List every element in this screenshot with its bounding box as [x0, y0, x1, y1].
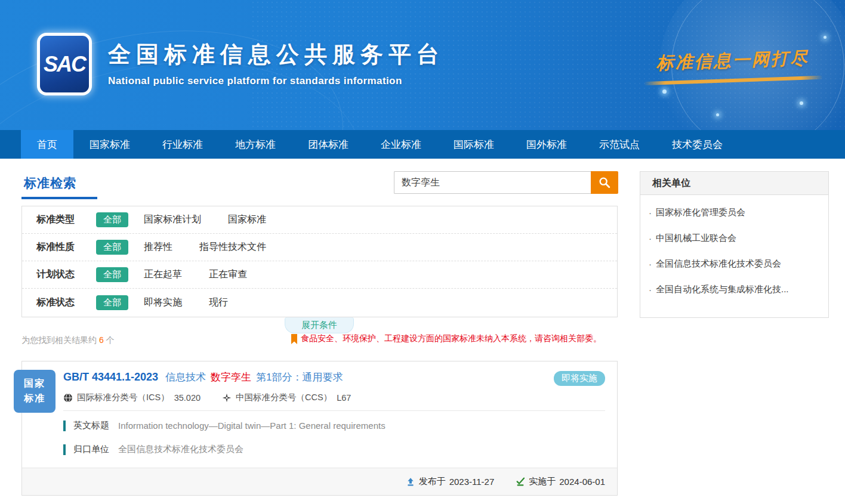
sac-logo[interactable]: SAC	[37, 33, 92, 95]
standard-title-highlight: 数字孪生	[211, 370, 251, 384]
tag-line2: 标准	[14, 391, 55, 406]
result-count-number: 6	[99, 335, 104, 345]
sidebar-item-automation-committee[interactable]: 全国自动化系统与集成标准化技...	[649, 277, 820, 302]
nav-item-enterprise-standards[interactable]: 企业标准	[365, 130, 437, 159]
filter-label: 标准状态	[36, 296, 96, 309]
ics-value: 35.020	[174, 393, 201, 403]
card-head: GB/T 43441.1-2023 信息技术 数字孪生 第1部分：通用要求 国际…	[22, 361, 617, 403]
filter-option[interactable]: 推荐性	[144, 241, 172, 253]
expand-conditions-button[interactable]: 展开条件	[285, 317, 354, 333]
filter-all-badge[interactable]: 全部	[96, 240, 128, 255]
site-subtitle: National public service platform for sta…	[108, 75, 445, 87]
publish-date: 2023-11-27	[449, 477, 495, 487]
implement-date-group: 实施于 2024-06-01	[512, 476, 605, 487]
tag-line1: 国家	[14, 376, 55, 391]
related-units-title: 相关单位	[640, 172, 828, 195]
check-icon	[516, 477, 525, 487]
implement-label: 实施于	[529, 476, 556, 487]
result-card: 国家 标准 即将实施 GB/T 43441.1-2023 信息技术 数字孪生 第…	[21, 361, 618, 496]
filter-option[interactable]: 即将实施	[144, 296, 182, 309]
filter-option[interactable]: 国家标准	[228, 214, 266, 226]
card-meta-row: 国际标准分类号（ICS） 35.020 中国标准分类号（CCS） L67	[63, 392, 605, 403]
status-badge: 即将实施	[554, 371, 605, 386]
filter-all-badge[interactable]: 全部	[96, 295, 128, 310]
filter-all-badge[interactable]: 全部	[96, 267, 128, 282]
nav-item-technical-committee[interactable]: 技术委员会	[656, 130, 739, 159]
publish-date-group: 发布于 2023-11-27	[402, 476, 495, 487]
filter-row-standard-status: 标准状态 全部 即将实施 现行	[22, 289, 617, 316]
filter-row-standard-type: 标准类型 全部 国家标准计划 国家标准	[22, 206, 617, 234]
nav-item-national-standards[interactable]: 国家标准	[73, 130, 146, 159]
filter-row-standard-nature: 标准性质 全部 推荐性 指导性技术文件	[22, 234, 617, 261]
notice-text: 食品安全、环境保护、工程建设方面的国家标准未纳入本系统，请咨询相关部委。	[301, 333, 602, 344]
sidebar-item-machinery-federation[interactable]: 中国机械工业联合会	[649, 225, 820, 251]
banner-slogan: 标准信息一网打尽	[643, 46, 823, 85]
spark-decor	[824, 36, 827, 39]
filter-panel: 标准类型 全部 国家标准计划 国家标准 标准性质 全部 推荐性 指导性技术文件 …	[21, 206, 618, 317]
filter-label: 标准性质	[36, 241, 96, 253]
filter-all-badge[interactable]: 全部	[96, 212, 128, 227]
compass-icon	[222, 393, 232, 403]
card-detail-rows: 英文标题 Information technology—Digital twin…	[22, 411, 617, 455]
main-content: 标准检索 标准类型 全部 国家标准计划 国家标准 标准性质 全部 推荐性 指导性…	[0, 159, 845, 504]
ccs-label: 中国标准分类号（CCS）	[236, 392, 332, 403]
nav-item-industry-standards[interactable]: 行业标准	[146, 130, 219, 159]
nav-item-home[interactable]: 首页	[21, 130, 73, 159]
page-title: 标准检索	[24, 175, 76, 191]
filter-label: 计划状态	[36, 268, 96, 281]
search-icon	[598, 176, 611, 189]
search-button[interactable]	[591, 171, 618, 194]
nav-item-group-standards[interactable]: 团体标准	[292, 130, 365, 159]
result-count-suffix: 个	[106, 335, 115, 345]
globe-icon	[63, 393, 73, 403]
nav-item-foreign-standards[interactable]: 国外标准	[510, 130, 583, 159]
filter-option[interactable]: 现行	[209, 296, 228, 309]
spark-decor	[800, 101, 803, 105]
filter-row-plan-status: 计划状态 全部 正在起草 正在审查	[22, 261, 617, 289]
english-title-value: Information technology—Digital twin—Part…	[118, 420, 386, 431]
card-footer: 发布于 2023-11-27 实施于 2024-06-01	[22, 468, 617, 495]
sac-logo-text: SAC	[44, 52, 85, 77]
page-title-underline	[21, 197, 97, 199]
main-nav: 首页 国家标准 行业标准 地方标准 团体标准 企业标准 国际标准 国外标准 示范…	[0, 130, 845, 159]
bookmark-icon	[291, 334, 298, 344]
nav-item-local-standards[interactable]: 地方标准	[219, 130, 292, 159]
nav-item-international-standards[interactable]: 国际标准	[437, 130, 510, 159]
standard-code: GB/T 43441.1-2023	[63, 371, 158, 384]
implement-date: 2024-06-01	[559, 477, 605, 487]
related-units-list: 国家标准化管理委员会 中国机械工业联合会 全国信息技术标准化技术委员会 全国自动…	[640, 195, 828, 307]
nav-item-pilot[interactable]: 示范试点	[583, 130, 656, 159]
committee-value: 全国信息技术标准化技术委员会	[118, 444, 243, 455]
search-input[interactable]	[394, 171, 591, 194]
publish-label: 发布于	[419, 476, 446, 487]
upload-icon	[406, 477, 415, 487]
site-title: 全国标准信息公共服务平台	[108, 39, 445, 70]
filter-label: 标准类型	[36, 214, 96, 226]
english-title-row: 英文标题 Information technology—Digital twin…	[63, 420, 605, 431]
english-title-label: 英文标题	[73, 420, 109, 431]
site-title-block: 全国标准信息公共服务平台 National public service pla…	[108, 39, 445, 87]
filter-option[interactable]: 正在审查	[209, 268, 247, 281]
spark-decor	[662, 89, 667, 94]
standard-type-tag: 国家 标准	[14, 370, 55, 413]
ics-label: 国际标准分类号（ICS）	[77, 392, 169, 403]
committee-label: 归口单位	[73, 444, 109, 455]
sidebar-item-it-standardization-committee[interactable]: 全国信息技术标准化技术委员会	[649, 251, 820, 277]
standard-title-part1: 信息技术	[165, 370, 206, 384]
row-marker-bar	[63, 444, 66, 455]
result-count-prefix: 为您找到相关结果约	[21, 335, 97, 345]
filter-option[interactable]: 国家标准计划	[144, 214, 201, 226]
row-marker-bar	[63, 420, 66, 431]
result-count: 为您找到相关结果约6个	[21, 335, 115, 346]
standard-title-link[interactable]: GB/T 43441.1-2023 信息技术 数字孪生 第1部分：通用要求	[63, 370, 605, 384]
filter-option[interactable]: 正在起草	[144, 268, 182, 281]
ccs-value: L67	[337, 393, 351, 403]
committee-row: 归口单位 全国信息技术标准化技术委员会	[63, 444, 605, 455]
standard-title-part2: 第1部分：通用要求	[256, 370, 343, 384]
sidebar-item-sac[interactable]: 国家标准化管理委员会	[649, 200, 820, 225]
spark-decor	[716, 113, 719, 116]
system-notice: 食品安全、环境保护、工程建设方面的国家标准未纳入本系统，请咨询相关部委。	[291, 333, 602, 344]
search-box	[394, 171, 618, 194]
filter-option[interactable]: 指导性技术文件	[199, 241, 266, 253]
sac-logo-box: SAC	[40, 36, 89, 92]
